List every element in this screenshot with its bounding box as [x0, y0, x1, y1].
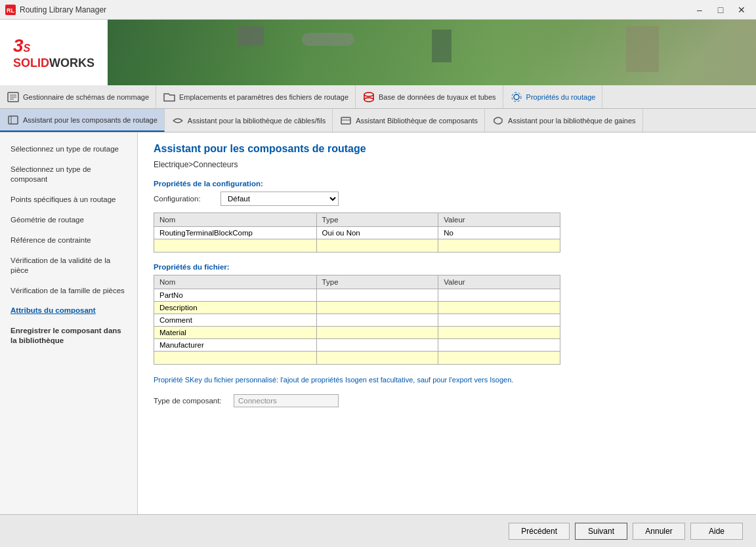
sidebar-item-component-attributes[interactable]: Attributs du composant: [0, 300, 137, 321]
file-row-valeur-3[interactable]: [438, 327, 560, 339]
routing-components-wizard-button[interactable]: Assistant pour les composants de routage: [0, 109, 165, 132]
file-col-type: Type: [316, 275, 438, 289]
file-row-type-4[interactable]: [316, 339, 438, 352]
svg-rect-14: [341, 117, 350, 124]
header-banner: 3S SOLIDWORKS: [0, 20, 756, 85]
library-icon: [339, 114, 352, 127]
folder-icon: [163, 91, 176, 104]
table-row: Description: [154, 302, 560, 314]
file-row-type-0[interactable]: [316, 289, 438, 302]
banner-image: [108, 20, 756, 85]
config-label: Configuration:: [154, 195, 213, 203]
file-row-valeur-0[interactable]: [438, 289, 560, 302]
naming-schema-button[interactable]: Gestionnaire de schémas de nommage: [0, 85, 156, 108]
table-row: PartNo: [154, 289, 560, 302]
table-row: RoutingTerminalBlockComp Oui ou Non No: [154, 227, 560, 239]
sidebar-item-component-type[interactable]: Sélectionnez un type de composant: [0, 159, 137, 190]
logo-ds: 3: [13, 35, 24, 56]
app-title: Routing Library Manager: [20, 5, 690, 14]
next-button[interactable]: Suivant: [575, 523, 627, 540]
type-label: Type de composant:: [154, 397, 226, 405]
file-row-nom-5[interactable]: [154, 352, 317, 365]
config-section-label: Propriétés de la configuration:: [154, 180, 740, 188]
toolbar-row-1: Gestionnaire de schémas de nommage Empla…: [0, 85, 756, 109]
table-row: [154, 239, 560, 253]
previous-button[interactable]: Précédent: [509, 523, 570, 540]
sidebar-item-constraint-ref[interactable]: Référence de contrainte: [0, 230, 137, 251]
window-controls: – □ ✕: [690, 3, 751, 17]
config-col-nom: Nom: [154, 213, 317, 227]
cable-library-wizard-button[interactable]: Assistant pour la bibliothèque de câbles…: [165, 109, 333, 132]
svg-text:RL: RL: [7, 7, 14, 14]
file-row-type-5[interactable]: [316, 352, 438, 365]
sidebar-item-validity-check[interactable]: Vérification de la validité de la pièce: [0, 251, 137, 281]
sidebar-item-geometry[interactable]: Géométrie de routage: [0, 210, 137, 230]
note-text: Propriété SKey du fichier personnalisé: …: [154, 375, 740, 385]
logo-works: WORKS: [49, 56, 94, 70]
table-row: [154, 352, 560, 365]
file-row-nom-1[interactable]: Description: [154, 302, 317, 314]
type-row: Type de composant:: [154, 394, 740, 407]
gaine-icon: [492, 114, 505, 127]
file-row-type-1[interactable]: [316, 302, 438, 314]
help-button[interactable]: Aide: [690, 523, 743, 540]
maximize-button[interactable]: □: [711, 3, 730, 17]
svg-point-6: [364, 92, 373, 96]
table-row: Comment: [154, 314, 560, 327]
file-row-type-2[interactable]: [316, 314, 438, 327]
file-col-nom: Nom: [154, 275, 317, 289]
logo-solid: SOLID: [13, 56, 49, 70]
toolbar-row-2: Assistant pour les composants de routage…: [0, 109, 756, 132]
svg-rect-12: [9, 116, 18, 124]
config-row-valeur-0[interactable]: No: [438, 227, 560, 239]
file-row-nom-3[interactable]: Material: [154, 327, 317, 339]
close-button[interactable]: ✕: [732, 3, 751, 17]
pipe-database-button[interactable]: Base de données de tuyaux et tubes: [356, 85, 503, 108]
file-row-nom-4[interactable]: Manufacturer: [154, 339, 317, 352]
content-area: Assistant pour les composants de routage…: [138, 132, 756, 514]
sidebar-item-family-check[interactable]: Vérification de la famille de pièces: [0, 281, 137, 301]
file-row-valeur-4[interactable]: [438, 339, 560, 352]
sidebar-item-specific-points[interactable]: Points spécifiques à un routage: [0, 190, 137, 210]
file-table: Nom Type Valeur PartNo Description: [154, 275, 560, 365]
file-row-valeur-5[interactable]: [438, 352, 560, 365]
sidebar-item-save-library[interactable]: Enregistrer le composant dans la bibliot…: [0, 321, 137, 351]
minimize-button[interactable]: –: [690, 3, 709, 17]
solidworks-logo: 3S SOLIDWORKS: [0, 20, 108, 85]
config-col-type: Type: [316, 213, 438, 227]
routing-props-button[interactable]: Propriétés du routage: [503, 85, 603, 108]
component-library-wizard-button[interactable]: Assistant Bibliothèque de composants: [333, 109, 485, 132]
file-section-label: Propriétés du fichier:: [154, 263, 740, 271]
content-title: Assistant pour les composants de routage: [154, 143, 740, 155]
config-row-nom-1[interactable]: [154, 239, 317, 253]
file-row-nom-0[interactable]: PartNo: [154, 289, 317, 302]
config-row-type-0[interactable]: Oui ou Non: [316, 227, 438, 239]
config-row-nom-0[interactable]: RoutingTerminalBlockComp: [154, 227, 317, 239]
config-row: Configuration: Défaut: [154, 192, 740, 206]
sidebar-item-routing-type[interactable]: Sélectionnez un type de routage: [0, 139, 137, 159]
config-table: Nom Type Valeur RoutingTerminalBlockComp…: [154, 213, 560, 253]
table-row: Manufacturer: [154, 339, 560, 352]
config-row-type-1[interactable]: [316, 239, 438, 253]
file-locations-button[interactable]: Emplacements et paramètres des fichiers …: [156, 85, 356, 108]
cancel-button[interactable]: Annuler: [633, 523, 685, 540]
sidebar: Sélectionnez un type de routage Sélectio…: [0, 132, 138, 514]
file-row-type-3[interactable]: [316, 327, 438, 339]
footer: Précédent Suivant Annuler Aide: [0, 514, 756, 547]
config-row-valeur-1[interactable]: [438, 239, 560, 253]
config-col-valeur: Valeur: [438, 213, 560, 227]
svg-point-10: [514, 94, 519, 100]
main-layout: Sélectionnez un type de routage Sélectio…: [0, 132, 756, 514]
pipe-icon: [362, 91, 375, 104]
file-row-valeur-2[interactable]: [438, 314, 560, 327]
naming-icon: [7, 91, 20, 104]
config-select[interactable]: Défaut: [220, 192, 339, 206]
app-icon: RL: [5, 5, 16, 15]
gaine-library-wizard-button[interactable]: Assistant pour la bibliothèque de gaines: [485, 109, 642, 132]
component-type-input[interactable]: [234, 394, 339, 407]
file-row-nom-2[interactable]: Comment: [154, 314, 317, 327]
breadcrumb: Electrique>Connecteurs: [154, 160, 740, 169]
file-row-valeur-1[interactable]: [438, 302, 560, 314]
table-row: Material: [154, 327, 560, 339]
svg-point-11: [512, 92, 521, 102]
